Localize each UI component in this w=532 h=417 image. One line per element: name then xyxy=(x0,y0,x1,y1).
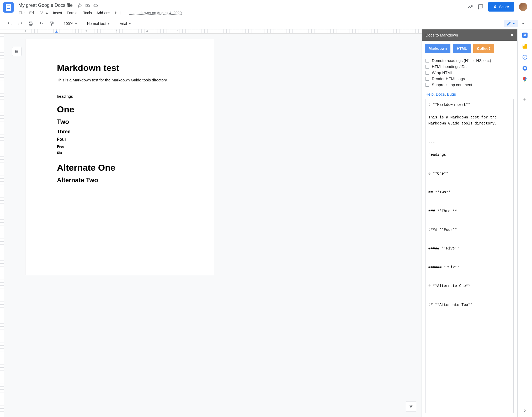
redo-button[interactable] xyxy=(16,20,25,28)
divider xyxy=(522,89,528,89)
ruler-tick: 5 xyxy=(177,30,178,33)
markdown-tab[interactable]: Markdown xyxy=(425,44,450,53)
checkbox-suppress[interactable] xyxy=(425,83,429,87)
side-panel: 31 + xyxy=(517,29,532,417)
font-select[interactable]: Arial▼ xyxy=(118,20,133,27)
svg-marker-0 xyxy=(78,3,82,7)
outline-button[interactable] xyxy=(12,47,22,56)
check-label: Demote headings (H1 → H2, etc.) xyxy=(432,58,491,63)
markdown-output[interactable]: # **Markdown test** This is a Markdown t… xyxy=(425,99,514,413)
vertical-ruler[interactable] xyxy=(0,34,4,417)
check-label: Wrap HTML xyxy=(432,70,453,75)
doc-alt-heading-2: Alternate Two xyxy=(57,176,182,184)
ruler-tick: 3 xyxy=(116,30,118,33)
doc-heading-1: One xyxy=(57,104,182,114)
doc-heading-5: Five xyxy=(57,144,182,149)
doc-heading-4: Four xyxy=(57,137,182,142)
doc-title-heading: Markdown test xyxy=(57,63,182,73)
addon-help-links: Help, Docs, Bugs xyxy=(422,90,517,99)
add-addon-icon[interactable]: + xyxy=(523,96,526,103)
app-header: My great Google Docs file File Edit Vie xyxy=(0,0,532,18)
menubar: File Edit View Insert Format Tools Add-o… xyxy=(17,10,467,16)
explore-button[interactable] xyxy=(406,401,416,412)
addon-title: Docs to Markdown xyxy=(425,33,458,37)
doc-heading-6: Six xyxy=(57,151,182,155)
ruler-tick: 2 xyxy=(86,30,87,33)
print-button[interactable] xyxy=(26,20,35,28)
svg-rect-6 xyxy=(50,22,53,23)
checkbox-render[interactable] xyxy=(425,77,429,81)
addon-header: Docs to Markdown ✕ xyxy=(422,29,517,41)
keep-icon[interactable] xyxy=(522,44,528,49)
editing-mode-button[interactable]: ▼ xyxy=(504,20,518,27)
comments-icon[interactable] xyxy=(478,4,483,10)
check-label: Suppress top comment xyxy=(432,82,472,87)
zoom-select[interactable]: 100%▼ xyxy=(62,20,79,27)
svg-point-12 xyxy=(15,53,15,53)
menu-addons[interactable]: Add-ons xyxy=(95,10,112,16)
paint-format-button[interactable] xyxy=(47,20,56,28)
doc-intro-text: This is a Markdown test for the Markdown… xyxy=(57,78,182,82)
docs-logo[interactable] xyxy=(3,2,14,13)
maps-icon[interactable] xyxy=(522,77,528,82)
menu-insert[interactable]: Insert xyxy=(51,10,64,16)
document-title[interactable]: My great Google Docs file xyxy=(17,2,74,9)
ruler-tick: 4 xyxy=(146,30,148,33)
menu-file[interactable]: File xyxy=(17,10,26,16)
doc-alt-heading-1: Alternate One xyxy=(57,163,182,173)
horizontal-rule xyxy=(57,88,182,88)
indent-marker[interactable] xyxy=(55,30,58,33)
checkbox-demote[interactable] xyxy=(425,59,429,62)
docs-link[interactable]: Docs xyxy=(436,92,445,96)
coffee-tab[interactable]: Coffee? xyxy=(473,44,494,53)
document-area: 1 2 3 4 5 Markdown test This is a Markdo… xyxy=(0,29,422,417)
close-icon[interactable]: ✕ xyxy=(510,33,514,38)
activity-icon[interactable] xyxy=(467,4,473,10)
user-avatar[interactable] xyxy=(519,3,527,11)
collapse-sidepanel-icon[interactable] xyxy=(523,409,527,417)
svg-point-10 xyxy=(15,50,15,51)
menu-edit[interactable]: Edit xyxy=(28,10,38,16)
checkbox-html-ids[interactable] xyxy=(425,65,429,69)
contacts-icon[interactable] xyxy=(522,66,528,71)
move-icon[interactable] xyxy=(85,3,90,8)
html-tab[interactable]: HTML xyxy=(453,44,471,53)
spellcheck-button[interactable] xyxy=(37,20,46,28)
share-button[interactable]: Share xyxy=(488,2,514,12)
menu-tools[interactable]: Tools xyxy=(81,10,94,16)
document-page[interactable]: Markdown test This is a Markdown test fo… xyxy=(25,39,214,275)
checkbox-wrap[interactable] xyxy=(425,71,429,75)
help-link[interactable]: Help xyxy=(425,92,434,96)
menu-format[interactable]: Format xyxy=(65,10,80,16)
doc-heading-2: Two xyxy=(57,118,182,126)
more-tools-button[interactable]: ⋯ xyxy=(139,20,146,28)
menu-view[interactable]: View xyxy=(39,10,50,16)
undo-button[interactable] xyxy=(5,20,14,28)
toolbar: 100%▼ Normal text▼ Arial▼ ⋯ ▼ xyxy=(0,18,532,29)
collapse-toolbar-button[interactable] xyxy=(519,20,527,27)
ruler-tick: 1 xyxy=(25,30,26,33)
last-edit-link[interactable]: Last edit was on August 4, 2020 xyxy=(130,11,182,15)
share-label: Share xyxy=(499,5,509,9)
menu-help[interactable]: Help xyxy=(113,10,124,16)
doc-heading-3: Three xyxy=(57,129,182,134)
star-icon[interactable] xyxy=(77,3,82,8)
check-label: Render HTML tags xyxy=(432,76,465,81)
tasks-icon[interactable] xyxy=(522,55,528,60)
doc-text: headings xyxy=(57,94,182,98)
paragraph-style-select[interactable]: Normal text▼ xyxy=(85,20,112,27)
check-label: HTML headings/IDs xyxy=(432,64,466,69)
bugs-link[interactable]: Bugs xyxy=(447,92,456,96)
cloud-icon[interactable] xyxy=(93,3,98,8)
addon-panel: Docs to Markdown ✕ Markdown HTML Coffee?… xyxy=(422,29,517,417)
calendar-icon[interactable]: 31 xyxy=(522,33,528,38)
svg-point-11 xyxy=(15,51,15,52)
horizontal-ruler[interactable]: 1 2 3 4 5 xyxy=(0,29,422,34)
